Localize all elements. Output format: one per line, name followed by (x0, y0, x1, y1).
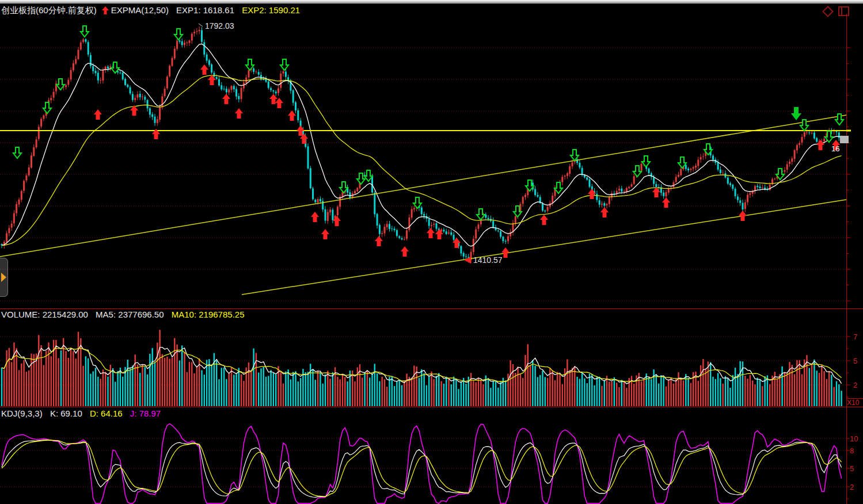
symbol-title: 创业板指(60分钟.前复权) (1, 5, 97, 15)
svg-text:16: 16 (831, 144, 839, 153)
svg-text:X10: X10 (847, 399, 860, 407)
kdj-panel-header: KDJ(9,3,3) K: 69.10 D: 64.16 J: 78.97 (1, 408, 166, 418)
kdj-d-value: D: 64.16 (90, 408, 123, 418)
trading-app-screen: 1792.031410.5716752X1010852 创业板指(60分钟.前复… (0, 0, 863, 504)
svg-text:1410.57: 1410.57 (473, 255, 503, 265)
svg-text:8: 8 (850, 446, 854, 455)
main-chart-header: 创业板指(60分钟.前复权)EXPMA(12,50) EXP1: 1618.61… (1, 5, 305, 16)
kdj-k-value: K: 69.10 (50, 408, 82, 418)
volume-ma5-value: MA5: 2377696.50 (96, 310, 164, 319)
window-icon[interactable] (838, 6, 849, 16)
pan-left-handle[interactable] (0, 258, 8, 297)
svg-text:5: 5 (850, 464, 854, 473)
up-arrow-icon (102, 6, 109, 14)
indicator-name: EXPMA(12,50) (111, 5, 169, 15)
right-triangle-icon (1, 273, 6, 282)
volume-value: VOLUME: 2215429.00 (1, 310, 88, 319)
svg-text:10: 10 (850, 434, 858, 443)
titlebar-icon-row (824, 6, 849, 16)
exp2-value: EXP2: 1590.21 (242, 5, 300, 15)
svg-text:1792.03: 1792.03 (205, 21, 234, 30)
chart-canvas[interactable]: 1792.031410.5716752X1010852 (0, 0, 863, 504)
svg-text:5: 5 (853, 357, 857, 365)
volume-panel-header: VOLUME: 2215429.00 MA5: 2377696.50 MA10:… (1, 310, 250, 319)
kdj-name: KDJ(9,3,3) (1, 408, 43, 418)
exp1-value: EXP1: 1618.61 (176, 5, 234, 15)
diamond-icon[interactable] (822, 6, 834, 17)
volume-ma10-value: MA10: 2196785.25 (172, 310, 245, 319)
svg-text:2: 2 (850, 483, 854, 491)
svg-text:2: 2 (853, 381, 857, 390)
kdj-j-value: J: 78.97 (130, 408, 161, 418)
window-titlebar (0, 0, 863, 4)
svg-text:7: 7 (853, 333, 857, 341)
